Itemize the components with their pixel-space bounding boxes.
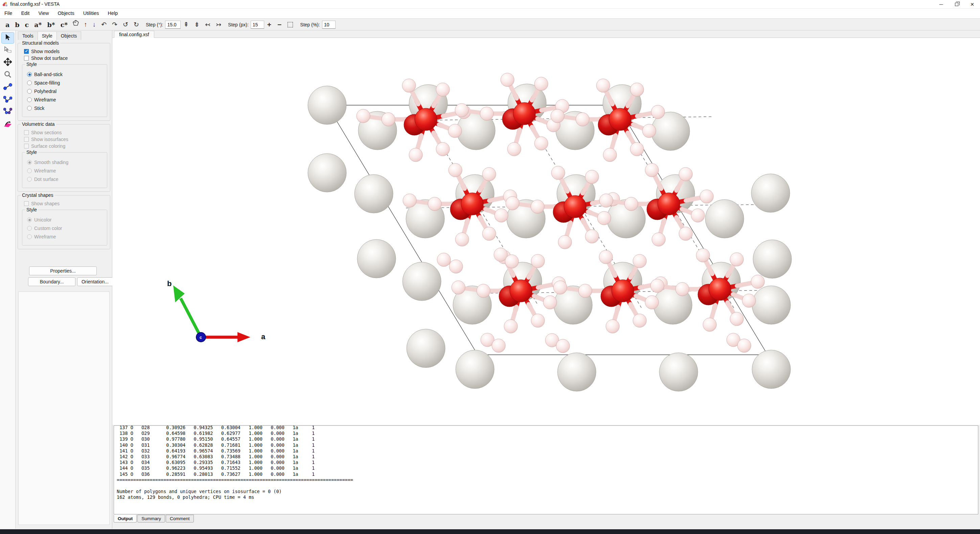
atom-oxygen[interactable] (415, 108, 437, 130)
atom-hydrogen[interactable] (585, 230, 599, 243)
atom-gray[interactable] (753, 240, 792, 278)
structure-scene[interactable]: cba (112, 38, 980, 425)
zoom-in-button[interactable]: + (264, 21, 274, 29)
atom-hydrogen[interactable] (402, 79, 416, 92)
atom-hydrogen[interactable] (501, 73, 514, 87)
atom-gray[interactable] (308, 154, 347, 192)
atom-hydrogen[interactable] (676, 282, 689, 296)
atom-hydrogen[interactable] (633, 254, 646, 268)
view-along-a-button[interactable]: a (3, 21, 12, 29)
menu-objects[interactable]: Objects (53, 9, 79, 18)
view-along-c-button[interactable]: c (22, 21, 32, 29)
atom-hydrogen[interactable] (742, 294, 756, 307)
atom-hydrogen[interactable] (633, 314, 646, 327)
atom-oxygen[interactable] (510, 280, 532, 302)
atom-hydrogen[interactable] (452, 281, 465, 294)
structure-viewer[interactable]: cba (112, 38, 980, 425)
output-log[interactable]: 137 O O28 0.30926 0.94325 0.63004 1.000 … (114, 426, 978, 514)
atom-oxygen[interactable] (658, 193, 680, 215)
properties-button[interactable]: Properties... (29, 267, 97, 275)
atom-oxygen[interactable] (461, 193, 484, 215)
rotate-button-5-icon[interactable]: ↻ (131, 21, 142, 28)
radio-wireframe[interactable]: Wireframe (27, 168, 105, 173)
view-along-b-button[interactable]: b (12, 21, 22, 29)
atom-oxygen[interactable] (513, 102, 536, 125)
title-bar[interactable]: final.config.xsf - VESTA ─ × (0, 0, 980, 9)
atom-gray[interactable] (752, 286, 791, 324)
atom-hydrogen[interactable] (554, 281, 567, 294)
angle-tool[interactable] (2, 94, 14, 105)
menu-file[interactable]: File (0, 9, 17, 18)
radio-custom-color[interactable]: Custom color (27, 226, 105, 231)
atom-gray[interactable] (355, 175, 393, 213)
atom-oxygen[interactable] (709, 278, 731, 300)
rotate-button-0-icon[interactable]: ↑ (81, 21, 90, 28)
radio-dot-surface[interactable]: Dot surface (27, 176, 105, 182)
rotate-button-4-icon[interactable]: ↺ (120, 21, 131, 28)
panel-tab-style[interactable]: Style (38, 32, 57, 41)
atom-hydrogen[interactable] (477, 284, 490, 297)
radio-unicolor[interactable]: Unicolor (27, 217, 105, 222)
atom-gray[interactable] (751, 174, 790, 212)
atom-hydrogen[interactable] (455, 103, 469, 117)
output-tab-comment[interactable]: Comment (166, 515, 194, 523)
atom-oxygen[interactable] (609, 108, 631, 130)
atom-hydrogen[interactable] (535, 77, 548, 91)
atom-gray[interactable] (659, 353, 698, 391)
atom-gray[interactable] (752, 350, 791, 389)
checkbox-show-shapes[interactable]: Show shapes (24, 201, 108, 206)
atom-hydrogen[interactable] (556, 339, 570, 353)
atom-hydrogen[interactable] (751, 275, 765, 288)
output-tab-output[interactable]: Output (114, 515, 137, 523)
atom-hydrogen[interactable] (599, 250, 612, 264)
fit-view-icon[interactable] (288, 22, 293, 27)
radio-smooth-shading[interactable]: Smooth shading (27, 160, 105, 165)
checkbox-show-isosurfaces[interactable]: Show isosurfaces (24, 137, 108, 142)
atom-hydrogen[interactable] (482, 227, 496, 240)
atom-hydrogen[interactable] (730, 253, 743, 266)
atom-hydrogen[interactable] (624, 197, 638, 211)
atom-hydrogen[interactable] (551, 109, 564, 123)
atom-oxygen[interactable] (612, 280, 634, 302)
atom-hydrogen[interactable] (679, 227, 692, 240)
atom-hydrogen[interactable] (600, 194, 613, 207)
atom-hydrogen[interactable] (409, 148, 423, 162)
atom-hydrogen[interactable] (597, 79, 610, 92)
plane-tool[interactable] (2, 119, 14, 130)
atom-hydrogen[interactable] (645, 163, 659, 177)
step-deg-input[interactable] (165, 21, 181, 29)
atom-hydrogen[interactable] (531, 314, 545, 327)
atom-hydrogen[interactable] (535, 137, 548, 150)
atom-hydrogen[interactable] (448, 124, 462, 138)
menu-help[interactable]: Help (103, 9, 122, 18)
atom-hydrogen[interactable] (643, 124, 656, 138)
atom-hydrogen[interactable] (495, 209, 508, 222)
atom-hydrogen[interactable] (645, 296, 659, 309)
zoom-out-button[interactable]: − (274, 21, 285, 29)
area-select-tool[interactable] (2, 44, 14, 56)
rotate-button-1-icon[interactable]: ↓ (90, 21, 99, 28)
atom-gray[interactable] (402, 262, 441, 300)
output-tab-summary[interactable]: Summary (137, 515, 165, 523)
dihedral-tool[interactable] (2, 106, 14, 118)
atom-oxygen[interactable] (564, 195, 586, 218)
atom-hydrogen[interactable] (679, 167, 692, 181)
atom-gray[interactable] (557, 353, 596, 391)
atom-hydrogen[interactable] (696, 249, 710, 262)
atom-hydrogen[interactable] (482, 167, 496, 181)
polyhedron-view-icon[interactable] (70, 20, 81, 30)
atom-hydrogen[interactable] (652, 233, 665, 246)
step-pct-input[interactable] (322, 21, 336, 29)
atom-hydrogen[interactable] (691, 209, 705, 222)
step-arrow-button-0-icon[interactable]: ⇞ (181, 21, 191, 28)
atom-gray[interactable] (456, 350, 494, 389)
radio-stick[interactable]: Stick (27, 105, 105, 111)
checkbox-show-models[interactable]: Show models (24, 49, 108, 54)
atom-gray[interactable] (357, 240, 396, 278)
menu-edit[interactable]: Edit (17, 9, 34, 18)
atom-hydrogen[interactable] (531, 200, 544, 213)
radio-polyhedral[interactable]: Polyhedral (27, 89, 105, 94)
atom-hydrogen[interactable] (449, 260, 463, 273)
atom-hydrogen[interactable] (597, 211, 611, 225)
atom-hydrogen[interactable] (603, 148, 617, 162)
